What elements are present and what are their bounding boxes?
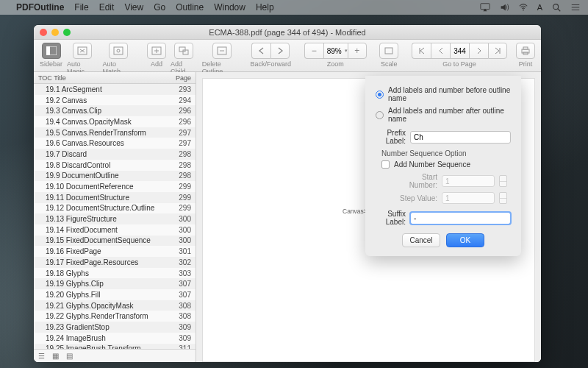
outline-page: 296 [171, 118, 191, 126]
menu-go[interactable]: Go [154, 2, 165, 13]
outline-row[interactable]: 19.11 DocumentStructure299 [34, 192, 196, 203]
outline-row[interactable]: 19.25 ImageBrush.Transform311 [34, 344, 196, 350]
menu-window[interactable]: Window [214, 2, 245, 13]
nextpage-button[interactable] [469, 43, 488, 59]
scale-button[interactable] [379, 43, 398, 59]
column-header-page[interactable]: Page [176, 74, 191, 82]
radio-after[interactable] [376, 111, 384, 119]
zoomout-button[interactable]: − [304, 43, 323, 59]
outline-row[interactable]: 19.17 FixedPage.Resources302 [34, 257, 196, 268]
text-input-icon[interactable]: A [537, 3, 542, 12]
menu-view[interactable]: View [124, 2, 143, 13]
lastpage-button[interactable] [488, 43, 507, 59]
radio-before[interactable] [376, 91, 384, 99]
wifi-icon[interactable] [518, 2, 528, 13]
app-menu[interactable]: PDFOutline [16, 2, 64, 13]
outline-row[interactable]: 19.18 Glyphs303 [34, 268, 196, 279]
outline-title: 19.6 Canvas.Resources [38, 139, 171, 147]
outline-row[interactable]: 19.23 GradientStop309 [34, 322, 196, 333]
outline-row[interactable]: 19.4 Canvas.OpacityMask296 [34, 116, 196, 127]
outline-page: 300 [171, 226, 191, 234]
gridview-icon[interactable]: ▦ [52, 352, 59, 360]
cancel-button[interactable]: Cancel [402, 233, 440, 247]
ok-button[interactable]: OK [446, 233, 484, 247]
suffix-label: Suffix Label: [376, 210, 406, 226]
radio-after-label: Add labels and number after outline name [388, 107, 511, 123]
forward-button[interactable] [270, 43, 290, 59]
prefix-input[interactable] [410, 131, 511, 144]
menu-file[interactable]: File [74, 2, 88, 13]
outline-row[interactable]: 19.15 FixedDocumentSequence300 [34, 236, 196, 247]
spotlight-icon[interactable] [551, 2, 562, 13]
toolbar-label-zoom: Zoom [327, 60, 344, 68]
thumbview-icon[interactable]: ▤ [66, 352, 73, 360]
outline-row[interactable]: 19.14 FixedDocument300 [34, 224, 196, 236]
addchild-button[interactable] [174, 43, 193, 59]
outline-row[interactable]: 19.21 Glyphs.OpacityMask308 [34, 300, 196, 311]
menu-extras-icon[interactable] [570, 2, 581, 13]
toolbar-label-add: Add [151, 60, 162, 68]
print-button[interactable] [516, 43, 535, 59]
svg-point-11 [117, 49, 120, 52]
outline-row[interactable]: 19.3 Canvas.Clip296 [34, 105, 196, 116]
zoomin-button[interactable]: + [348, 43, 367, 59]
airplay-icon[interactable] [480, 2, 490, 13]
outline-title: 19.2 Canvas [38, 96, 171, 105]
toolbar-label-print: Print [519, 60, 533, 68]
outline-title: 19.1 ArcSegment [38, 85, 171, 93]
back-button[interactable] [251, 43, 270, 59]
outline-page: 298 [171, 150, 191, 158]
zoom-value[interactable]: 89%▾ [323, 43, 348, 59]
outline-row[interactable]: 19.6 Canvas.Resources297 [34, 138, 196, 149]
outline-page: 309 [171, 334, 191, 342]
outline-page: 300 [171, 236, 191, 244]
outline-row[interactable]: 19.19 Glyphs.Clip307 [34, 278, 196, 289]
outline-title: 19.23 GradientStop [38, 323, 171, 331]
page-field[interactable]: 344 [450, 43, 469, 59]
outline-title: 19.8 DiscardControl [38, 161, 171, 169]
outline-row[interactable]: 19.8 DiscardControl298 [34, 160, 196, 171]
outline-title: 19.5 Canvas.RenderTransform [38, 129, 171, 137]
outline-row[interactable]: 19.12 DocumentStructure.Outline299 [34, 203, 196, 214]
outline-row[interactable]: 19.2 Canvas294 [34, 95, 196, 106]
outline-row[interactable]: 19.10 DocumentReference299 [34, 181, 196, 192]
automagic-button[interactable] [73, 43, 92, 59]
outline-row[interactable]: 19.22 Glyphs.RenderTransform308 [34, 311, 196, 322]
outline-row[interactable]: 19.20 Glyphs.Fill307 [34, 289, 196, 300]
outline-row[interactable]: 19.1 ArcSegment293 [34, 84, 196, 95]
svg-rect-15 [179, 47, 185, 52]
startnumber-stepper [499, 175, 507, 187]
outline-title: 19.20 Glyphs.Fill [38, 291, 171, 299]
outline-row[interactable]: 19.13 FigureStructure300 [34, 213, 196, 224]
firstpage-button[interactable] [412, 43, 431, 59]
content-area: Canvas> element used to draw the brush's… [196, 72, 541, 362]
outline-row[interactable]: 19.24 ImageBrush309 [34, 333, 196, 344]
suffix-input[interactable] [410, 212, 511, 224]
toolbar-label-scale: Scale [381, 60, 398, 68]
outline-page: 298 [171, 161, 191, 169]
window-title: ECMA-388.pdf (page 344 of 494) - Modifie… [34, 28, 541, 37]
menu-outline[interactable]: Outline [176, 2, 204, 13]
column-header-title[interactable]: TOC Title [38, 74, 66, 82]
outline-row[interactable]: 19.16 FixedPage301 [34, 246, 196, 257]
outline-title: 19.21 Glyphs.OpacityMask [38, 302, 171, 310]
volume-icon[interactable] [499, 2, 509, 13]
svg-rect-21 [523, 47, 528, 49]
delete-button[interactable] [212, 43, 232, 59]
outline-row[interactable]: 19.5 Canvas.RenderTransform297 [34, 127, 196, 138]
menu-edit[interactable]: Edit [99, 2, 115, 13]
outline-title: 19.12 DocumentStructure.Outline [38, 204, 171, 212]
outline-title: 19.18 Glyphs [38, 269, 171, 277]
sidebar-toggle[interactable] [42, 43, 61, 59]
outline-row[interactable]: 19.7 Discard298 [34, 149, 196, 160]
outline-row[interactable]: 19.9 DocumentOutline298 [34, 171, 196, 182]
menu-help[interactable]: Help [256, 2, 274, 13]
titlebar: ECMA-388.pdf (page 344 of 494) - Modifie… [34, 25, 541, 40]
add-button[interactable] [147, 43, 166, 59]
addsequence-checkbox[interactable] [381, 160, 390, 169]
automatch-button[interactable] [109, 43, 128, 59]
listview-icon[interactable]: ☰ [38, 352, 45, 360]
outline-list[interactable]: 19.1 ArcSegment29319.2 Canvas29419.3 Can… [34, 84, 196, 349]
stepvalue-stepper [499, 192, 507, 204]
prevpage-button[interactable] [431, 43, 450, 59]
